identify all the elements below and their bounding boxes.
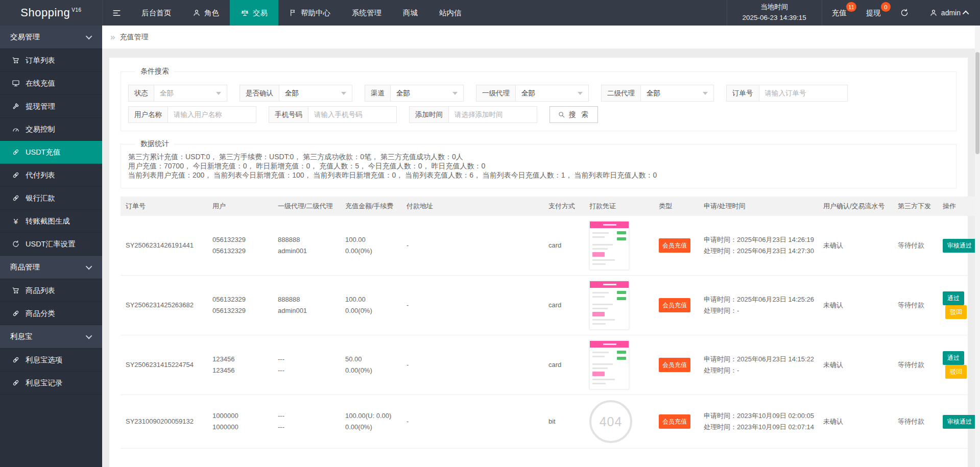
times-cell: 申请时间：2023年10月09日 02:00:05处理时间：2023年10月09…	[699, 395, 818, 449]
sidebar-group-trade[interactable]: 交易管理	[0, 26, 102, 49]
type-badge: 会员充值	[659, 414, 690, 429]
payment-voucher-thumbnail[interactable]	[589, 221, 629, 270]
vertical-scrollbar[interactable]	[975, 26, 980, 467]
amount-cell: 100.000.00(0%)	[340, 216, 401, 276]
phone-input[interactable]	[308, 111, 385, 118]
table-row: SY2506231426191441 056132329056132329 88…	[121, 216, 978, 276]
sidebar-item-payout-list[interactable]: 代付列表	[0, 164, 102, 187]
table-row: SY2506231415224754 123456123456 ------ 5…	[121, 335, 978, 395]
hamburger-icon	[112, 8, 122, 18]
payment-voucher-thumbnail[interactable]	[589, 340, 629, 389]
phone-field: 手机号码	[269, 106, 397, 123]
address-cell: -	[401, 335, 543, 395]
sidebar-toggle-button[interactable]	[102, 0, 131, 26]
sidebar-item-lixibao-options[interactable]: 利息宝选项	[0, 349, 102, 372]
amount-cell: 100.00(U: 0.00)0.00(0%)	[340, 395, 401, 449]
username-input[interactable]	[168, 111, 245, 118]
approve-button[interactable]: 审核通过	[943, 415, 976, 429]
address-cell: -	[401, 276, 543, 335]
nav-mall[interactable]: 商城	[392, 0, 428, 26]
local-time-label: 当地时间	[743, 2, 806, 13]
link-icon	[12, 356, 20, 364]
recharge-table: 订单号 用户 一级代理/二级代理 充值金额/手续费 付款地址 支付方式 打款凭证…	[121, 196, 978, 449]
confirm-select[interactable]: 是否确认 全部	[240, 85, 352, 102]
chevron-down-icon	[216, 92, 221, 95]
recharge-shortcut[interactable]: 充值 11	[822, 0, 856, 26]
nav-system[interactable]: 系统管理	[341, 0, 392, 26]
actions-cell: 通过 驳回	[938, 276, 978, 335]
voucher-404-placeholder: 404	[589, 400, 632, 443]
stats-line-third-party: 第三方累计充值：USDT:0， 第三方手续费：USDT:0， 第三方成功收款：0…	[128, 153, 949, 162]
withdraw-shortcut[interactable]: 提现 0	[856, 0, 891, 26]
nav-dashboard[interactable]: 后台首页	[131, 0, 182, 26]
sidebar-item-lixibao-records[interactable]: 利息宝记录	[0, 372, 102, 395]
top-menu: 后台首页 角色 交易 帮助中心 系统管理 商城 站内信	[131, 0, 472, 26]
sidebar-item-goods-category[interactable]: 商品分类	[0, 302, 102, 325]
sidebar-item-trade-control[interactable]: 交易控制	[0, 118, 102, 141]
actions-cell: 通过 驳回	[938, 335, 978, 395]
local-time: 当地时间 2025-06-23 14:39:15	[727, 0, 822, 26]
col-confirm: 用户确认/交易流水号	[818, 196, 893, 216]
sidebar-group-lixibao[interactable]: 利息宝	[0, 325, 102, 349]
search-button[interactable]: 搜 索	[549, 106, 598, 123]
user-cell: 056132329056132329	[207, 276, 273, 335]
person-icon	[193, 9, 201, 17]
sidebar-item-withdraw-mgmt[interactable]: 提现管理	[0, 95, 102, 118]
status-select[interactable]: 状态 全部	[128, 85, 227, 102]
filter-row-2: 用户名称 手机号码 添加时间 搜 索	[128, 106, 949, 123]
order-no: SY2506231415224754	[121, 335, 207, 395]
table-row: SY2310090200059132 10000001000000 ------…	[121, 395, 978, 449]
sidebar-item-transfer-screenshot[interactable]: ¥转账截图生成	[0, 210, 102, 233]
payment-voucher-thumbnail[interactable]	[589, 281, 629, 330]
sidebar-item-order-list[interactable]: 订单列表	[0, 49, 102, 72]
nav-roles[interactable]: 角色	[182, 0, 230, 26]
confirm-cell: 未确认	[818, 216, 893, 276]
username-field: 用户名称	[128, 106, 256, 123]
sidebar-item-online-recharge[interactable]: 在线充值	[0, 72, 102, 95]
nav-trade[interactable]: 交易	[230, 0, 278, 26]
col-voucher: 打款凭证	[584, 196, 654, 216]
address-cell: -	[401, 395, 543, 449]
chevron-down-icon	[86, 333, 92, 339]
col-times: 申请/处理时间	[699, 196, 818, 216]
chevron-down-icon	[341, 92, 346, 95]
reject-button[interactable]: 驳回	[945, 305, 967, 319]
nav-messages[interactable]: 站内信	[428, 0, 472, 26]
sidebar-item-usdt-recharge[interactable]: USDT充值	[0, 141, 102, 164]
cart-icon	[12, 56, 20, 64]
sidebar-item-goods-list[interactable]: 商品列表	[0, 279, 102, 302]
amount-cell: 50.000.00(0%)	[340, 335, 401, 395]
main-content: » 充值管理 条件搜索 状态 全部 是否确认 全部 渠道 全部 一级代理	[102, 26, 980, 467]
channel-select[interactable]: 渠道 全部	[365, 85, 464, 102]
col-order-no: 订单号	[121, 196, 207, 216]
order-no-input[interactable]	[759, 89, 836, 97]
approve-button[interactable]: 通过	[943, 291, 964, 305]
topbar-right: 当地时间 2025-06-23 14:39:15 充值 11 提现 0 admi…	[727, 0, 980, 26]
chevron-up-icon	[963, 10, 969, 17]
actions-cell: 审核通过	[938, 395, 978, 449]
agent1-select[interactable]: 一级代理 全部	[476, 85, 589, 102]
approve-button[interactable]: 审核通过	[943, 239, 976, 253]
scales-icon	[241, 9, 249, 17]
approve-button[interactable]: 通过	[943, 351, 964, 365]
confirm-cell: 未确认	[818, 395, 893, 449]
col-third-party: 第三方下发	[893, 196, 938, 216]
scrollbar-thumb[interactable]	[975, 52, 979, 154]
sidebar-item-usdt-rate[interactable]: USDT汇率设置	[0, 233, 102, 256]
confirm-cell: 未确认	[818, 335, 893, 395]
method-cell: card	[543, 276, 584, 335]
refresh-button[interactable]	[891, 0, 918, 26]
app-logo: ShoppingV16	[0, 0, 102, 26]
order-no: SY2506231426191441	[121, 216, 207, 276]
agent2-select[interactable]: 二级代理 全部	[601, 85, 714, 102]
third-party-cell: 等待付款	[893, 276, 938, 335]
add-time-input[interactable]	[449, 111, 525, 118]
sidebar-item-bank-transfer[interactable]: 银行汇款	[0, 187, 102, 210]
reject-button[interactable]: 驳回	[945, 365, 967, 379]
user-menu[interactable]: admin	[918, 0, 980, 26]
third-party-cell: 等待付款	[893, 395, 938, 449]
sidebar-group-goods[interactable]: 商品管理	[0, 256, 102, 279]
nav-help-center[interactable]: 帮助中心	[278, 0, 341, 26]
voucher-cell	[584, 216, 654, 276]
col-type: 类型	[654, 196, 699, 216]
